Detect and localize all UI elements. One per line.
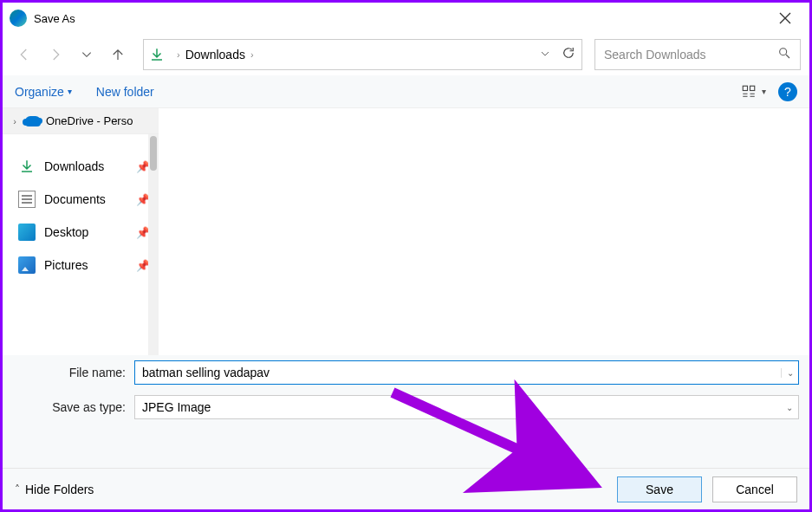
help-button[interactable]: ? <box>778 82 797 101</box>
close-icon <box>779 12 791 24</box>
desktop-icon <box>18 224 36 241</box>
refresh-icon <box>561 45 576 61</box>
filetype-combobox[interactable]: JPEG Image ⌄ <box>134 395 799 419</box>
titlebar: Save As <box>3 3 809 34</box>
sidebar-item-label: Downloads <box>44 159 104 173</box>
filetype-value: JPEG Image <box>135 400 781 414</box>
onedrive-icon <box>25 116 41 126</box>
sidebar-item-label: Documents <box>44 192 106 206</box>
filetype-dropdown[interactable]: ⌄ <box>781 403 798 412</box>
filename-dropdown[interactable]: ⌄ <box>781 368 798 378</box>
filetype-row: Save as type: JPEG Image ⌄ <box>3 390 809 425</box>
svg-point-0 <box>780 49 787 55</box>
toolbar: Organize ▾ New folder ▾ ? <box>3 75 809 108</box>
sidebar-item-label: Pictures <box>44 258 88 272</box>
file-content-area[interactable] <box>159 108 809 355</box>
help-icon: ? <box>784 85 791 99</box>
view-icon <box>741 84 757 100</box>
documents-icon <box>18 191 36 208</box>
new-folder-button[interactable]: New folder <box>96 85 154 99</box>
body: › OneDrive - Perso Downloads 📌 Documents… <box>3 108 809 355</box>
sidebar-scrollbar[interactable] <box>148 134 159 355</box>
organize-button[interactable]: Organize ▾ <box>15 85 72 99</box>
filename-row: File name: ⌄ <box>3 355 809 390</box>
sidebar-item-label: Desktop <box>44 225 88 239</box>
back-button[interactable] <box>11 42 37 68</box>
pictures-icon <box>18 256 36 274</box>
sidebar-item-onedrive[interactable]: › OneDrive - Perso <box>3 108 159 134</box>
search-box[interactable] <box>594 39 801 70</box>
view-options-button[interactable] <box>739 82 758 101</box>
chevron-up-icon: ˄ <box>15 483 20 496</box>
sidebar-item-label: OneDrive - Perso <box>46 114 133 127</box>
edge-icon <box>10 10 27 27</box>
organize-label: Organize <box>15 85 64 99</box>
save-button[interactable]: Save <box>617 476 702 502</box>
sidebar-item-downloads[interactable]: Downloads 📌 <box>3 150 159 183</box>
search-icon[interactable] <box>777 46 791 63</box>
new-folder-label: New folder <box>96 85 154 99</box>
svg-rect-2 <box>750 86 755 90</box>
cancel-button[interactable]: Cancel <box>712 476 797 502</box>
refresh-button[interactable] <box>561 45 576 64</box>
up-button[interactable] <box>105 42 131 68</box>
view-dropdown[interactable]: ▾ <box>762 87 766 96</box>
arrow-right-icon <box>48 47 63 62</box>
sidebar-item-desktop[interactable]: Desktop 📌 <box>3 216 159 249</box>
filename-input[interactable] <box>135 366 781 379</box>
filetype-label: Save as type: <box>13 400 134 414</box>
hide-folders-label: Hide Folders <box>25 483 94 496</box>
arrow-up-icon <box>110 47 126 62</box>
footer: ˄ Hide Folders Save Cancel <box>3 468 809 509</box>
expand-icon[interactable]: › <box>10 116 20 126</box>
search-input[interactable] <box>604 48 777 62</box>
forward-button[interactable] <box>42 42 68 68</box>
svg-rect-1 <box>743 86 747 90</box>
caret-down-icon: ▾ <box>68 87 72 96</box>
breadcrumb-separator: › <box>177 49 180 60</box>
window-title: Save As <box>34 12 768 25</box>
hide-folders-button[interactable]: ˄ Hide Folders <box>15 483 94 496</box>
chevron-down-icon <box>81 49 93 61</box>
sidebar: › OneDrive - Perso Downloads 📌 Documents… <box>3 108 159 355</box>
sidebar-item-documents[interactable]: Documents 📌 <box>3 183 159 216</box>
address-dropdown[interactable] <box>540 47 550 62</box>
downloads-location-icon <box>149 47 165 62</box>
downloads-icon <box>18 158 36 175</box>
recent-locations-button[interactable] <box>74 42 100 68</box>
close-button[interactable] <box>768 4 802 32</box>
save-as-dialog: Save As › Downloads › <box>0 0 812 512</box>
filename-label: File name: <box>13 366 134 379</box>
navigation-row: › Downloads › <box>3 34 809 75</box>
sidebar-item-pictures[interactable]: Pictures 📌 <box>3 249 159 282</box>
arrow-left-icon <box>16 47 32 62</box>
chevron-down-icon <box>540 49 550 59</box>
address-bar[interactable]: › Downloads › <box>143 39 582 70</box>
quick-access-list: Downloads 📌 Documents 📌 Desktop 📌 Pictur… <box>3 134 159 297</box>
breadcrumb-separator: › <box>250 49 254 60</box>
breadcrumb-location[interactable]: Downloads <box>185 48 245 62</box>
scrollbar-thumb[interactable] <box>150 136 157 171</box>
filename-combobox[interactable]: ⌄ <box>134 360 799 385</box>
